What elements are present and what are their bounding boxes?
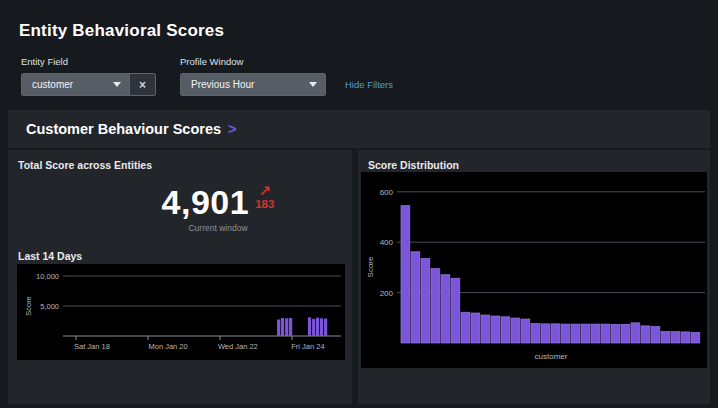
distribution-bar[interactable]: [521, 319, 530, 343]
distribution-bar[interactable]: [401, 206, 410, 343]
sparkline-bar[interactable]: [316, 318, 319, 336]
total-score-panel-title: Total Score across Entities: [8, 150, 352, 171]
sparkline-svg: 5,00010,000ScoreSat Jan 18Mon Jan 20Wed …: [17, 264, 345, 360]
last-14-days-chart[interactable]: 5,00010,000ScoreSat Jan 18Mon Jan 20Wed …: [17, 264, 345, 360]
entity-field-dropdown[interactable]: customer: [22, 74, 129, 95]
entity-field-label: Entity Field: [21, 56, 68, 67]
trend-up-arrow-icon: ↗: [259, 183, 272, 198]
distribution-bar[interactable]: [481, 315, 490, 343]
sparkline-bar[interactable]: [320, 318, 323, 336]
y-tick-label: 400: [380, 238, 394, 247]
distribution-bar[interactable]: [491, 316, 500, 343]
distribution-bar[interactable]: [501, 317, 510, 343]
score-distribution-panel-title: Score Distribution: [358, 150, 710, 171]
entity-field-control: customer ×: [21, 73, 156, 96]
sparkline-title: Last 14 Days: [18, 250, 82, 262]
clear-entity-filter-button[interactable]: ×: [129, 74, 155, 95]
distribution-bar[interactable]: [671, 332, 680, 343]
distribution-bar[interactable]: [571, 324, 580, 343]
distribution-bar[interactable]: [441, 275, 450, 343]
sparkline-bar[interactable]: [312, 319, 315, 336]
entity-field-value: customer: [32, 79, 73, 90]
hide-filters-link[interactable]: Hide Filters: [345, 79, 393, 90]
drilldown-chevron-icon[interactable]: >: [228, 121, 236, 137]
x-tick-label: Sat Jan 18: [74, 342, 110, 351]
kpi-block: 4,901 ↗ 183 Current window: [8, 185, 352, 233]
distribution-bar[interactable]: [621, 324, 630, 343]
sparkline-bar[interactable]: [289, 318, 292, 336]
y-axis-label: Score: [24, 296, 33, 316]
kpi-value: 4,901: [162, 185, 250, 219]
distribution-bar[interactable]: [661, 331, 670, 343]
section-title: Customer Behaviour Scores: [26, 121, 221, 137]
distribution-bar[interactable]: [541, 324, 550, 343]
profile-window-dropdown[interactable]: Previous Hour: [181, 74, 325, 95]
distribution-bar[interactable]: [631, 323, 640, 343]
distribution-bar[interactable]: [681, 332, 690, 343]
x-axis-label: customer: [535, 352, 568, 361]
kpi-caption: Current window: [84, 223, 352, 233]
distribution-svg: 200400600Scorecustomer: [361, 172, 707, 368]
score-distribution-chart[interactable]: 200400600Scorecustomer: [361, 172, 707, 368]
distribution-bar[interactable]: [421, 259, 430, 343]
x-tick-label: Wed Jan 22: [218, 342, 258, 351]
close-icon: ×: [139, 78, 146, 92]
distribution-bar[interactable]: [551, 324, 560, 343]
distribution-bar[interactable]: [531, 324, 540, 343]
profile-window-value: Previous Hour: [191, 79, 254, 90]
kpi-delta-value: 183: [255, 198, 274, 211]
y-axis-label: Score: [366, 256, 375, 277]
profile-window-control: Previous Hour: [180, 73, 326, 96]
distribution-bar[interactable]: [511, 318, 520, 343]
distribution-bar[interactable]: [561, 324, 570, 343]
total-score-panel: Total Score across Entities 4,901 ↗ 183 …: [8, 150, 352, 404]
distribution-bar[interactable]: [461, 312, 470, 343]
distribution-bar[interactable]: [581, 324, 590, 343]
page-title: Entity Behavioral Scores: [19, 21, 224, 41]
distribution-bar[interactable]: [601, 324, 610, 343]
profile-window-label: Profile Window: [180, 56, 243, 67]
distribution-bar[interactable]: [641, 326, 650, 343]
chevron-down-icon: [113, 82, 121, 87]
distribution-bar[interactable]: [611, 324, 620, 343]
distribution-bar[interactable]: [651, 327, 660, 343]
distribution-bar[interactable]: [451, 278, 460, 343]
section-header: Customer Behaviour Scores >: [8, 110, 710, 148]
y-tick-label: 10,000: [36, 272, 59, 281]
y-tick-label: 5,000: [40, 302, 59, 311]
distribution-bar[interactable]: [691, 332, 700, 343]
x-tick-label: Fri Jan 24: [291, 342, 324, 351]
sparkline-bar[interactable]: [308, 317, 311, 336]
distribution-bar[interactable]: [591, 324, 600, 343]
x-tick-label: Mon Jan 20: [148, 342, 187, 351]
score-distribution-panel: Score Distribution 200400600Scorecustome…: [358, 150, 710, 404]
y-tick-label: 200: [380, 289, 394, 298]
sparkline-bar[interactable]: [324, 319, 327, 336]
sparkline-bar[interactable]: [281, 318, 284, 336]
distribution-bar[interactable]: [431, 269, 440, 343]
y-tick-label: 600: [380, 188, 394, 197]
distribution-bar[interactable]: [471, 313, 480, 343]
chevron-down-icon: [309, 82, 317, 87]
distribution-bar[interactable]: [411, 252, 420, 343]
sparkline-bar[interactable]: [285, 318, 288, 336]
sparkline-bar[interactable]: [277, 320, 280, 337]
